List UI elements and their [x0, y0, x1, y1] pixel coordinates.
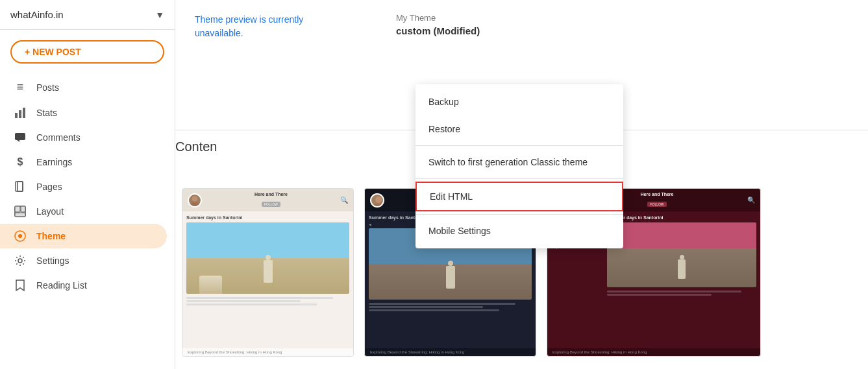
svg-point-16: [375, 196, 382, 203]
card3-search-icon: 🔍: [747, 196, 755, 204]
stats-label: Stats: [36, 108, 57, 118]
blog-title: whatAinfo.in: [10, 9, 150, 20]
svg-rect-1: [19, 110, 21, 118]
sidebar-item-theme[interactable]: Theme: [0, 224, 167, 248]
theme-label: Theme: [36, 231, 66, 241]
menu-divider-1: [415, 145, 623, 146]
sidebar-item-stats[interactable]: Stats: [0, 101, 167, 125]
pages-label: Pages: [36, 182, 62, 192]
sidebar-item-settings[interactable]: Settings: [0, 248, 167, 273]
svg-point-11: [18, 234, 22, 238]
comments-icon: [13, 132, 27, 143]
main-content: Theme preview is currently unavailable. …: [175, 0, 868, 369]
earnings-icon: $: [13, 156, 27, 168]
new-post-button[interactable]: + NEW POST: [10, 40, 164, 64]
layout-icon: [13, 206, 27, 217]
menu-divider-3: [415, 214, 623, 215]
svg-marker-4: [17, 140, 19, 142]
reading-list-icon: [13, 280, 27, 291]
sidebar-item-pages[interactable]: Pages: [0, 174, 167, 199]
pages-icon: [13, 181, 27, 193]
card3-subtitle: Summer days in Santorini: [607, 215, 756, 220]
my-theme-value: custom (Modified): [396, 25, 480, 36]
card1-caption: Exploring Beyond the Shoestring: Hiking …: [182, 348, 353, 356]
svg-marker-13: [16, 280, 24, 291]
card1-search-icon: 🔍: [340, 196, 348, 204]
card2-caption: Exploring Beyond the Shoestring: Hiking …: [365, 348, 536, 356]
svg-rect-10: [15, 213, 25, 217]
sidebar-item-posts[interactable]: ≡ Posts: [0, 74, 167, 101]
sidebar-item-earnings[interactable]: $ Earnings: [0, 150, 167, 174]
my-theme-label: My Theme: [396, 13, 480, 23]
svg-rect-3: [15, 133, 25, 140]
comments-label: Comments: [36, 132, 81, 143]
card2-avatar: [370, 193, 384, 208]
svg-point-17: [373, 204, 384, 208]
mobile-settings-menu-item[interactable]: Mobile Settings: [415, 217, 623, 244]
content-label-text: Conten: [175, 139, 217, 154]
theme-preview-text: Theme preview is currently unavailable.: [195, 13, 325, 40]
svg-point-15: [190, 202, 200, 208]
restore-menu-item[interactable]: Restore: [415, 115, 623, 143]
stats-icon: [13, 107, 27, 119]
svg-rect-5: [16, 182, 23, 191]
layout-label: Layout: [36, 206, 64, 217]
card3-caption: Exploring Beyond the Shoestring: Hiking …: [547, 348, 760, 356]
posts-label: Posts: [36, 82, 59, 93]
switch-classic-menu-item[interactable]: Switch to first generation Classic theme: [415, 149, 623, 176]
settings-icon: [13, 255, 27, 267]
svg-rect-2: [23, 108, 25, 118]
content-section-label: Conten: [175, 139, 217, 154]
svg-point-14: [192, 196, 197, 201]
svg-rect-8: [15, 206, 20, 212]
dropdown-arrow-icon[interactable]: ▼: [155, 10, 164, 20]
posts-icon: ≡: [13, 80, 27, 94]
sidebar-item-comments[interactable]: Comments: [0, 125, 167, 150]
settings-label: Settings: [36, 256, 69, 266]
sidebar-item-reading-list[interactable]: Reading List: [0, 273, 167, 298]
theme-dropdown-menu: Backup Restore Switch to first generatio…: [415, 84, 623, 248]
svg-rect-0: [15, 113, 18, 118]
sidebar-item-layout[interactable]: Layout: [0, 199, 167, 224]
sidebar-nav: ≡ Posts Stats Comments $ Earnings Pages: [0, 69, 175, 369]
sidebar-header: whatAinfo.in ▼: [0, 0, 175, 30]
sidebar: whatAinfo.in ▼ + NEW POST ≡ Posts Stats …: [0, 0, 175, 369]
my-theme-section: My Theme custom (Modified): [396, 13, 480, 36]
earnings-label: Earnings: [36, 157, 72, 167]
svg-rect-6: [18, 182, 23, 191]
menu-divider-2: [415, 178, 623, 179]
theme-icon: [13, 230, 27, 242]
card1-avatar: [188, 193, 202, 208]
theme-card-light[interactable]: Here and There FOLLOW 🔍 Summer days in S…: [182, 188, 354, 357]
svg-rect-9: [21, 206, 25, 212]
edit-html-menu-item[interactable]: Edit HTML: [415, 182, 623, 211]
svg-point-12: [18, 259, 22, 263]
backup-menu-item[interactable]: Backup: [415, 88, 623, 115]
reading-list-label: Reading List: [36, 280, 87, 291]
theme-preview-notice: Theme preview is currently unavailable.: [195, 13, 325, 40]
